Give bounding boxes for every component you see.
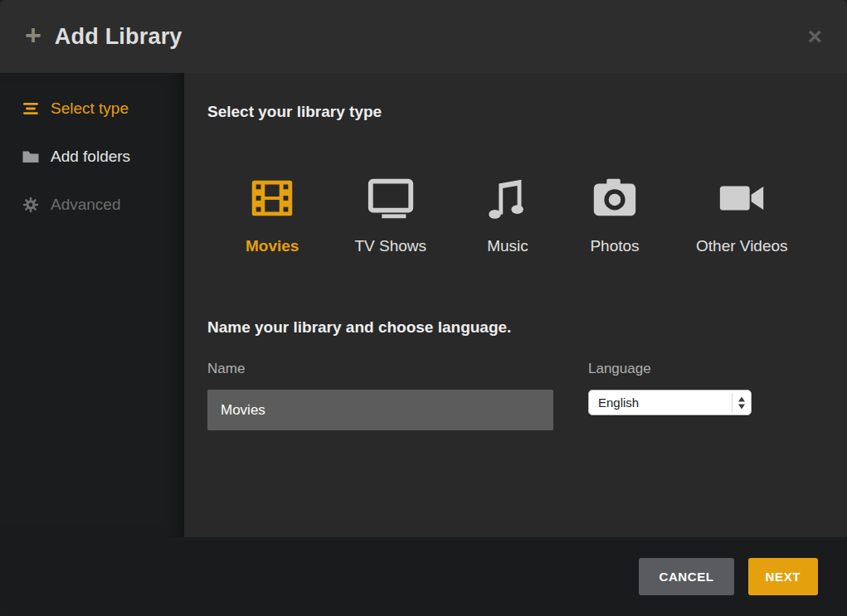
library-type-list: Movies TV Shows Music [246,172,788,255]
language-select[interactable]: English [588,390,752,415]
gear-icon [22,196,40,214]
language-selected-value: English [598,395,639,410]
library-type-photos[interactable]: Photos [589,172,640,255]
add-icon: + [25,21,41,49]
camera-icon [589,172,640,224]
sidebar-item-label: Add folders [51,148,130,166]
name-field-label: Name [207,361,245,377]
library-type-label: Other Videos [696,237,788,255]
dialog-footer: CANCEL NEXT [0,537,847,616]
music-note-icon [482,172,533,224]
library-type-tv-shows[interactable]: TV Shows [354,172,426,255]
cancel-button[interactable]: CANCEL [639,558,733,595]
dialog-title: Add Library [55,24,183,50]
library-type-other-videos[interactable]: Other Videos [696,172,788,255]
film-icon [246,172,298,224]
sidebar-item-label: Select type [51,99,129,118]
dialog-header: + Add Library × [0,0,847,73]
list-icon [22,99,40,118]
add-library-dialog: + Add Library × Select type Add folders [0,0,847,616]
camcorder-icon [716,172,767,224]
sidebar-item-add-folders[interactable]: Add folders [0,133,184,181]
sidebar-item-advanced: Advanced [0,181,184,229]
dialog-body: Select your library type [184,73,847,537]
name-section-title: Name your library and choose language. [207,318,511,337]
library-type-movies[interactable]: Movies [246,172,299,255]
select-stepper-icon [732,393,745,412]
library-name-input[interactable] [207,390,553,430]
sidebar-item-select-type[interactable]: Select type [0,85,184,133]
sidebar-item-label: Advanced [51,196,121,214]
tv-icon [365,172,416,224]
library-type-label: Movies [246,237,299,255]
close-icon[interactable]: × [807,24,822,49]
folder-icon [22,148,40,166]
library-type-music[interactable]: Music [482,172,533,255]
wizard-sidebar: Select type Add folders Advanced [0,73,184,537]
library-type-label: TV Shows [354,237,426,255]
library-type-label: Music [487,237,528,255]
next-button[interactable]: NEXT [748,558,818,595]
library-type-label: Photos [590,237,639,255]
language-field-label: Language [588,361,651,377]
type-section-title: Select your library type [207,103,382,121]
